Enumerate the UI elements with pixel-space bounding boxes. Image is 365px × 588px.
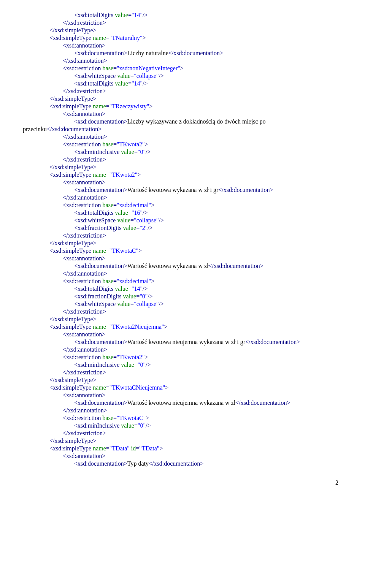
val-token: "TKwota2"	[117, 141, 145, 147]
val-token: "xsd:decimal"	[117, 278, 151, 284]
tag-token: <xsd:minInclusive	[74, 422, 119, 429]
text-token: Liczby naturalne	[127, 50, 168, 56]
code-line: </xsd:annotation>	[11, 270, 342, 277]
tag-token: <xsd:whiteSpace	[74, 217, 116, 223]
tag-token: />	[146, 361, 151, 368]
code-line: </xsd:simpleType>	[11, 376, 342, 384]
code-line: <xsd:whiteSpace value="collapse"/>	[11, 300, 342, 308]
tag-token: />	[159, 217, 164, 223]
text-token: Wartość kwotowa nieujemna wykazana w zł …	[127, 339, 245, 345]
tag-token: <xsd:simpleType	[49, 103, 91, 109]
tag-token: </xsd:restriction>	[63, 369, 106, 376]
val-token: "TKwota2Nieujemna"	[110, 323, 164, 330]
code-line: <xsd:annotation>	[11, 391, 342, 399]
tag-token: <xsd:documentation>	[74, 187, 127, 193]
code-line: </xsd:annotation>	[11, 407, 342, 414]
code-line: <xsd:minInclusive value="0"/>	[11, 422, 342, 430]
code-line: <xsd:annotation>	[11, 42, 342, 49]
tag-token: <xsd:annotation>	[63, 392, 105, 398]
code-line: <xsd:totalDigits value="14"/>	[11, 80, 342, 87]
xsd-code-block: <xsd:totalDigits value="14"/></xsd:restr…	[11, 11, 342, 468]
tag-token: <xsd:whiteSpace	[74, 301, 116, 307]
code-line: <xsd:documentation>Typ daty</xsd:documen…	[11, 460, 342, 468]
tag-token: >	[137, 171, 141, 178]
val-token: "0"	[138, 361, 146, 368]
code-line: </xsd:restriction>	[11, 19, 342, 27]
tag-token: =	[128, 209, 132, 216]
tag-token: <xsd:totalDigits	[74, 12, 113, 18]
attr-token: name	[91, 323, 106, 330]
tag-token: =	[130, 301, 134, 307]
tag-token: </xsd:simpleType>	[49, 164, 97, 170]
page-number: 2	[11, 468, 342, 487]
tag-token: </xsd:documentation>	[218, 187, 273, 193]
tag-token: </xsd:restriction>	[63, 88, 106, 94]
tag-token: </xsd:documentation>	[47, 126, 102, 132]
tag-token: />	[143, 12, 148, 18]
val-token: "xsd:nonNegativeInteger"	[117, 65, 180, 71]
tag-token: </xsd:annotation>	[63, 346, 107, 353]
code-line: <xsd:whiteSpace value="collapse"/>	[11, 217, 342, 224]
code-line: <xsd:minInclusive value="0"/>	[11, 148, 342, 156]
tag-token: >	[149, 103, 152, 109]
val-token: "TData"	[110, 445, 130, 452]
tag-token: =	[106, 103, 110, 109]
tag-token: =	[136, 293, 140, 300]
tag-token: >	[180, 65, 184, 71]
attr-token: name	[91, 445, 106, 452]
val-token: "TKwotaCNieujemna"	[110, 384, 165, 391]
attr-token: value	[113, 209, 128, 216]
attr-token: value	[113, 285, 128, 292]
attr-token: name	[91, 35, 106, 41]
tag-token: =	[106, 323, 110, 330]
tag-token: <xsd:annotation>	[63, 331, 105, 338]
attr-token: value	[119, 361, 134, 368]
attr-token: id	[130, 445, 136, 452]
code-line: </xsd:simpleType>	[11, 315, 342, 323]
val-token: "TNaturalny"	[110, 35, 143, 41]
tag-token: />	[146, 422, 151, 429]
tag-token: <xsd:documentation>	[74, 263, 127, 269]
val-token: "0"	[138, 149, 146, 155]
tag-token: =	[113, 354, 117, 360]
code-line: <xsd:minInclusive value="0"/>	[11, 361, 342, 369]
tag-token: <xsd:simpleType	[49, 445, 91, 452]
code-line: </xsd:simpleType>	[11, 95, 342, 103]
tag-token: >	[145, 354, 148, 360]
tag-token: </xsd:annotation>	[63, 407, 107, 414]
tag-token: <xsd:annotation>	[63, 255, 105, 262]
tag-token: <xsd:totalDigits	[74, 285, 113, 292]
attr-token: base	[101, 65, 113, 71]
tag-token: =	[113, 141, 117, 147]
tag-token: />	[148, 293, 152, 300]
code-line: <xsd:restriction base="xsd:decimal">	[11, 201, 342, 209]
code-line: <xsd:totalDigits value="14"/>	[11, 11, 342, 19]
val-token: "collapse"	[134, 217, 159, 223]
tag-token: =	[128, 12, 132, 18]
attr-token: base	[101, 278, 113, 284]
val-token: "TRzeczywisty"	[110, 103, 149, 109]
code-line: <xsd:simpleType name="TData" id="TData">	[11, 445, 342, 452]
code-line: <xsd:annotation>	[11, 331, 342, 338]
tag-token: =	[106, 35, 110, 41]
val-token: "0"	[140, 293, 148, 300]
code-line: </xsd:annotation>	[11, 57, 342, 65]
tag-token: >	[143, 35, 146, 41]
text-token: Wartość kwotowa wykazana w zł	[127, 263, 209, 269]
tag-token: =	[106, 445, 110, 452]
tag-token: <xsd:restriction	[63, 278, 101, 284]
tag-token: />	[146, 149, 151, 155]
tag-token: =	[134, 361, 138, 368]
text-token: Typ daty	[127, 460, 149, 467]
attr-token: value	[113, 12, 128, 18]
tag-token: >	[159, 445, 163, 452]
text-token: Wartość kwotowa nieujemna wykazana w zł	[127, 399, 235, 406]
code-line: <xsd:restriction base="TKwota2">	[11, 353, 342, 361]
tag-token: <xsd:documentation>	[74, 50, 127, 56]
text-token: Wartość kwotowa wykazana w zł i gr	[127, 187, 219, 193]
code-line: </xsd:restriction>	[11, 156, 342, 163]
attr-token: name	[91, 103, 106, 109]
tag-token: =	[106, 171, 110, 178]
tag-token: <xsd:restriction	[63, 65, 101, 71]
tag-token: <xsd:documentation>	[74, 399, 127, 406]
